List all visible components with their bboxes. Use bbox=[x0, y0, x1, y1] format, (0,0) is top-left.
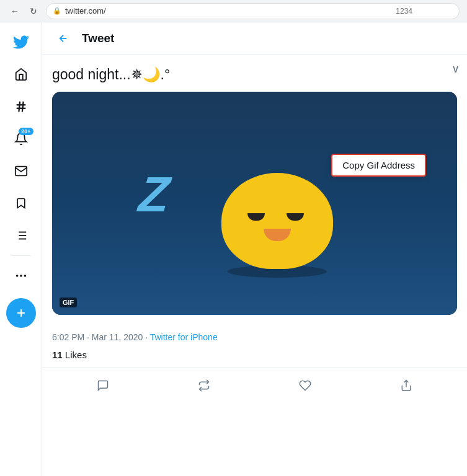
gif-container[interactable]: Z Copy Gif Address bbox=[52, 92, 457, 315]
sidebar-item-lists[interactable] bbox=[6, 221, 36, 250]
sidebar-item-notifications[interactable]: 20+ bbox=[6, 124, 36, 154]
sidebar-item-explore[interactable] bbox=[6, 60, 36, 89]
tweet-meta: 6:02 PM · Mar 11, 2020 · Twitter for iPh… bbox=[42, 325, 467, 342]
page-title: Tweet bbox=[82, 32, 114, 45]
svg-line-2 bbox=[19, 102, 20, 112]
z-letter: Z bbox=[136, 166, 172, 223]
refresh-button[interactable]: ↻ bbox=[26, 4, 41, 19]
chick-beak bbox=[264, 229, 291, 241]
gif-scene: Z bbox=[52, 92, 457, 315]
notification-badge: 20+ bbox=[19, 128, 33, 135]
sidebar-divider bbox=[11, 255, 31, 256]
sidebar-item-more[interactable] bbox=[6, 261, 36, 291]
sidebar: 20+ bbox=[0, 22, 42, 476]
share-button[interactable] bbox=[356, 371, 457, 400]
gif-badge: GIF bbox=[60, 298, 77, 307]
copy-gif-label: Copy Gif Address bbox=[342, 160, 415, 170]
back-nav-button[interactable]: ← bbox=[7, 4, 22, 19]
browser-bar: ← ↻ 🔒 twitter.com/ 1234 bbox=[0, 0, 467, 22]
compose-button[interactable] bbox=[6, 298, 36, 328]
url-text: twitter.com/ bbox=[65, 6, 106, 15]
chick-emoji bbox=[221, 173, 333, 278]
tweet-wrapper: ∨ good night...✵🌙.° Z bbox=[42, 55, 467, 325]
like-button[interactable] bbox=[255, 371, 356, 400]
tab-number: 1234 bbox=[391, 0, 417, 22]
chick-eye-right bbox=[287, 213, 304, 221]
chick-eye-left bbox=[247, 213, 265, 221]
sidebar-item-home[interactable] bbox=[6, 27, 36, 57]
chick-main-body bbox=[221, 173, 333, 269]
dot-separator: · bbox=[145, 332, 150, 342]
retweet-button[interactable] bbox=[153, 371, 254, 400]
svg-point-10 bbox=[16, 275, 18, 277]
context-menu[interactable]: Copy Gif Address bbox=[331, 154, 426, 177]
reply-button[interactable] bbox=[52, 371, 153, 400]
tweet-likes: 11 Likes bbox=[42, 342, 467, 368]
tweet-timestamp: 6:02 PM · Mar 11, 2020 bbox=[52, 332, 143, 342]
svg-point-12 bbox=[24, 275, 26, 277]
app-container: 20+ bbox=[0, 22, 467, 476]
back-button[interactable] bbox=[52, 27, 74, 50]
tweet-content-area: good night...✵🌙.° Z bbox=[42, 55, 467, 325]
content-area: Tweet ∨ good night...✵🌙.° Z bbox=[42, 22, 467, 476]
tweet-page-header: Tweet bbox=[42, 22, 467, 55]
sidebar-item-messages[interactable] bbox=[6, 156, 36, 186]
tweet-text: good night...✵🌙.° bbox=[52, 64, 457, 84]
nav-buttons: ← ↻ bbox=[7, 4, 41, 19]
more-options-button[interactable]: ∨ bbox=[451, 62, 460, 76]
action-bar bbox=[42, 368, 467, 403]
sidebar-item-hashtag[interactable] bbox=[6, 92, 36, 121]
likes-text: Likes bbox=[65, 350, 87, 360]
sidebar-item-bookmarks[interactable] bbox=[6, 188, 36, 218]
likes-count: 11 bbox=[52, 350, 63, 360]
svg-point-11 bbox=[20, 275, 22, 277]
svg-line-3 bbox=[22, 102, 23, 112]
tweet-source-link[interactable]: Twitter for iPhone bbox=[150, 332, 218, 342]
lock-icon: 🔒 bbox=[53, 7, 61, 15]
